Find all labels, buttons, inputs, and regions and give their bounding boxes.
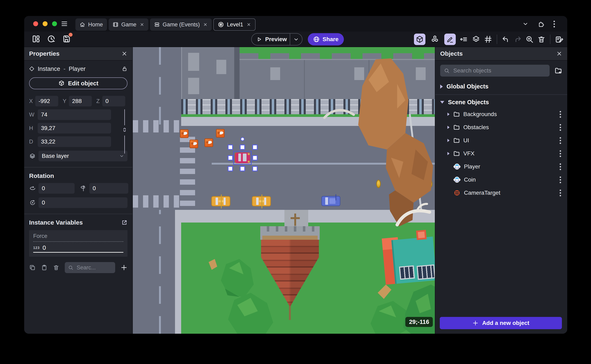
tower-cap[interactable]: [260, 226, 320, 240]
edit-mode-pencil-icon[interactable]: [444, 33, 456, 45]
global-objects-section[interactable]: Global Objects: [440, 83, 562, 90]
scene-objects-section[interactable]: Scene Objects: [440, 99, 562, 106]
instances-list-icon[interactable]: [459, 35, 468, 44]
rotation-y-input[interactable]: [89, 183, 128, 194]
selection-handle[interactable]: [252, 166, 258, 171]
objects-search[interactable]: [440, 65, 550, 77]
obstacle-crate[interactable]: [205, 138, 213, 147]
close-tab-icon[interactable]: [203, 22, 208, 27]
maximize-window-button[interactable]: [52, 21, 57, 26]
save-icon[interactable]: [62, 34, 71, 43]
selection-handle[interactable]: [252, 144, 258, 150]
object-row-coin[interactable]: Coin: [440, 173, 562, 186]
selection-handle[interactable]: [252, 155, 258, 161]
variables-search-input[interactable]: [76, 264, 101, 271]
layers-icon[interactable]: [472, 35, 480, 44]
close-icon[interactable]: [556, 51, 562, 57]
scene-properties-edit-icon[interactable]: [555, 35, 564, 44]
tab-game-events[interactable]: Game (Events): [150, 19, 212, 31]
yellow-car[interactable]: [252, 196, 271, 206]
object-row-player[interactable]: Player: [440, 160, 562, 173]
add-new-object-button[interactable]: Add a new object: [440, 317, 562, 329]
project-manager-icon[interactable]: [32, 34, 40, 43]
row-menu-icon[interactable]: [560, 137, 562, 144]
selection-handle[interactable]: [240, 144, 245, 150]
width-input[interactable]: [38, 109, 111, 120]
add-variable-icon[interactable]: [120, 264, 127, 271]
selection-handle[interactable]: [228, 144, 233, 150]
objects-3d-icon[interactable]: [429, 33, 441, 45]
grid-icon[interactable]: [484, 35, 492, 43]
chevron-down-icon[interactable]: [522, 21, 529, 27]
variables-search[interactable]: [65, 262, 115, 273]
row-menu-icon[interactable]: [560, 176, 562, 183]
rotate-handle[interactable]: [241, 137, 245, 141]
obstacle-crate[interactable]: [216, 129, 225, 137]
layer-select[interactable]: Base layer: [39, 151, 127, 161]
obstacle-crate[interactable]: [180, 129, 189, 138]
close-window-button[interactable]: [33, 21, 38, 26]
y-input[interactable]: [69, 96, 92, 106]
variable-name[interactable]: Force: [33, 233, 123, 242]
link-sizes-icon[interactable]: [122, 127, 127, 133]
copy-icon[interactable]: [29, 264, 36, 271]
yellow-car[interactable]: [211, 196, 230, 206]
tab-level1[interactable]: Level1: [213, 19, 256, 31]
selection-handle[interactable]: [240, 166, 245, 171]
object-folder-obstacles[interactable]: Obstacles: [440, 121, 562, 134]
close-tab-icon[interactable]: [246, 22, 251, 27]
open-variables-editor-icon[interactable]: [121, 220, 127, 226]
row-menu-icon[interactable]: [560, 163, 562, 170]
blue-car[interactable]: [321, 196, 340, 206]
extensions-puzzle-icon[interactable]: [538, 20, 545, 27]
objects-search-input[interactable]: [453, 67, 546, 74]
coin-object[interactable]: [428, 180, 432, 188]
main-menu-icon[interactable]: [61, 20, 68, 27]
coin-object[interactable]: [376, 180, 381, 188]
obstacle-crate[interactable]: [190, 140, 198, 148]
object-row-cameratarget[interactable]: CameraTarget: [440, 186, 562, 199]
z-input[interactable]: [102, 96, 125, 106]
tower-wall[interactable]: [285, 210, 308, 229]
variable-value[interactable]: 0: [42, 244, 46, 251]
object-folder-backgrounds[interactable]: Backgrounds: [440, 108, 562, 121]
row-menu-icon[interactable]: [560, 189, 562, 196]
paste-icon[interactable]: [41, 264, 47, 271]
teal-building[interactable]: [381, 229, 435, 293]
scene-editor-canvas[interactable]: 29;-116: [133, 47, 435, 334]
edit-object-button[interactable]: Edit object: [29, 77, 127, 89]
coin-object[interactable]: [402, 180, 407, 188]
depth-input[interactable]: [38, 136, 111, 147]
selection-handle[interactable]: [228, 155, 233, 161]
tab-home[interactable]: Home: [75, 19, 107, 31]
add-folder-icon[interactable]: [554, 66, 562, 75]
row-menu-icon[interactable]: [560, 150, 562, 157]
zoom-in-icon[interactable]: [525, 35, 534, 43]
minimize-window-button[interactable]: [43, 21, 47, 26]
unlock-icon[interactable]: [122, 66, 127, 72]
row-menu-icon[interactable]: [560, 111, 562, 118]
close-icon[interactable]: [121, 51, 127, 57]
delete-variable-icon[interactable]: [53, 264, 60, 271]
redo-icon[interactable]: [513, 35, 522, 43]
building-roof[interactable]: [181, 47, 234, 99]
preview-button[interactable]: Preview: [251, 33, 302, 46]
building-roof[interactable]: [239, 59, 435, 99]
tab-game[interactable]: Game: [109, 19, 148, 31]
x-input[interactable]: [35, 96, 58, 106]
3d-view-toggle-icon[interactable]: [414, 33, 425, 45]
object-folder-vfx[interactable]: VFX: [440, 147, 562, 160]
share-button[interactable]: Share: [308, 33, 344, 46]
object-folder-ui[interactable]: UI: [440, 134, 562, 147]
row-menu-icon[interactable]: [560, 124, 562, 131]
height-input[interactable]: [38, 123, 111, 133]
browser-menu-icon[interactable]: [553, 21, 556, 27]
selection-handle[interactable]: [228, 166, 233, 171]
rotation-x-input[interactable]: [39, 183, 75, 194]
close-tab-icon[interactable]: [140, 22, 144, 27]
trash-icon[interactable]: [537, 35, 545, 43]
rotation-z-input[interactable]: [39, 197, 127, 208]
variable-row-force[interactable]: Force 123 0: [29, 230, 127, 257]
history-icon[interactable]: [47, 34, 56, 43]
preview-options-chevron[interactable]: [290, 36, 302, 42]
